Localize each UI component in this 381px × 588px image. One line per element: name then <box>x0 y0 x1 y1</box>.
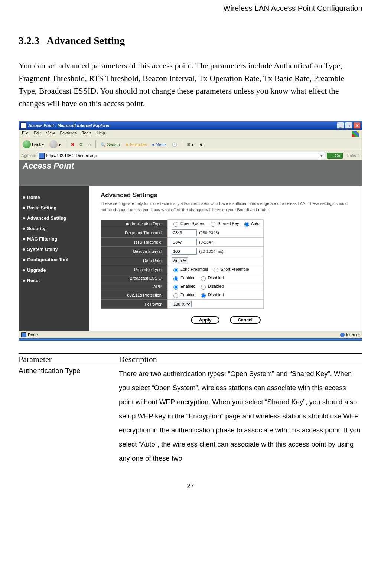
radio-open-system[interactable]: Open System <box>172 221 205 226</box>
sidebar: Home Basic Setting Advanced Setting Secu… <box>19 186 89 331</box>
history-button[interactable]: 🕓 <box>170 141 179 148</box>
home-button[interactable]: ⌂ <box>87 141 92 147</box>
settings-table: Authentication Type : Open System Shared… <box>101 219 264 309</box>
media-button[interactable]: ● Media <box>150 141 168 147</box>
search-button[interactable]: 🔍 Search <box>99 141 121 148</box>
sidebar-item-configuration-tool[interactable]: Configuration Tool <box>23 255 86 265</box>
radio-essid-enabled[interactable]: Enabled <box>172 275 195 280</box>
pane-title: Advanced Settings <box>101 192 351 199</box>
sidebar-item-reset[interactable]: Reset <box>23 275 86 286</box>
sidebar-item-security[interactable]: Security <box>23 223 86 234</box>
radio-short-preamble[interactable]: Short Preamble <box>212 267 249 271</box>
label-rts-threshold: RTS Threshold : <box>101 238 168 247</box>
label-beacon-interval: Beacon Interval : <box>101 247 168 256</box>
radio-protection-disabled[interactable]: Disabled <box>199 293 224 297</box>
header-description: Description <box>119 355 157 364</box>
page-number: 27 <box>19 483 362 490</box>
internet-zone-icon <box>340 333 345 337</box>
label-tx-power: Tx Power : <box>101 300 168 309</box>
address-dropdown-icon[interactable]: ▾ <box>319 153 324 158</box>
header-parameter: Parameter <box>19 355 119 364</box>
intro-paragraph: You can set advanced parameters of this … <box>19 59 362 110</box>
links-label[interactable]: Links <box>346 153 356 158</box>
menu-tools[interactable]: Tools <box>82 131 92 137</box>
maximize-button[interactable]: □ <box>345 122 352 129</box>
sidebar-item-mac-filtering[interactable]: MAC Filtering <box>23 234 86 244</box>
minimize-button[interactable]: _ <box>337 122 344 129</box>
ie-icon <box>20 122 26 128</box>
apply-button[interactable]: Apply <box>191 316 219 324</box>
titlebar: Access Point - Microsoft Internet Explor… <box>19 121 362 130</box>
internet-zone-text: Internet <box>346 333 360 337</box>
menu-view[interactable]: View <box>46 131 55 137</box>
sidebar-item-advanced-setting[interactable]: Advanced Setting <box>23 213 86 223</box>
menu-file[interactable]: File <box>22 131 29 137</box>
cancel-button[interactable]: Cancel <box>230 316 261 324</box>
select-data-rate[interactable]: Auto <box>172 257 188 264</box>
label-80211g-protection: 802.11g Protection : <box>101 291 168 300</box>
label-broadcast-essid: Broadcast ESSID : <box>101 274 168 282</box>
refresh-button[interactable]: ⟳ <box>78 141 84 148</box>
status-text: Done <box>28 333 38 337</box>
url-text: http://192.168.2.1/index.asp <box>46 153 319 158</box>
label-iapp: IAPP : <box>101 282 168 291</box>
sidebar-item-home[interactable]: Home <box>23 192 86 203</box>
statusbar: Done Internet <box>19 331 362 338</box>
hint-beacon: (20-1024 ms) <box>199 249 223 254</box>
settings-pane: Advanced Settings These settings are onl… <box>89 186 362 331</box>
running-header: Wireless LAN Access Point Configuration <box>19 4 362 13</box>
access-point-banner: Access Point <box>19 160 362 186</box>
sidebar-item-system-utility[interactable]: System Utility <box>23 244 86 255</box>
window-title: Access Point - Microsoft Internet Explor… <box>28 123 110 128</box>
addressbar: Address http://192.168.2.1/index.asp ▾ →… <box>19 151 362 160</box>
links-chevron-icon[interactable]: » <box>358 153 360 158</box>
radio-long-preamble[interactable]: Long Preamble <box>172 267 208 271</box>
hint-frag: (256-2346) <box>199 231 219 235</box>
label-preamble-type: Preamble Type : <box>101 265 168 274</box>
section-title: Advanced Setting <box>46 35 125 46</box>
param-authentication-type: Authentication Type <box>19 365 119 465</box>
radio-protection-enabled[interactable]: Enabled <box>172 293 195 297</box>
pane-description: These settings are only for more technic… <box>101 200 351 213</box>
desc-authentication-type: There are two authentication types: “Ope… <box>119 365 362 465</box>
input-frag-threshold[interactable] <box>172 229 197 236</box>
menu-edit[interactable]: Edit <box>34 131 41 137</box>
close-button[interactable]: ✕ <box>353 122 361 129</box>
forward-button[interactable]: ▾ <box>48 140 62 149</box>
go-button[interactable]: → Go <box>327 153 343 159</box>
section-number: 3.2.3 <box>19 35 39 46</box>
hint-rts: (0-2347) <box>199 240 215 244</box>
taskbar <box>19 338 362 340</box>
favicon-icon <box>39 153 45 159</box>
status-icon <box>21 332 26 337</box>
select-tx-power[interactable]: 100 % <box>172 301 192 307</box>
menubar: File Edit View Favorites Tools Help <box>19 130 362 138</box>
input-beacon-interval[interactable] <box>172 248 197 255</box>
radio-iapp-enabled[interactable]: Enabled <box>172 284 195 288</box>
menu-help[interactable]: Help <box>97 131 105 137</box>
browser-window: Access Point - Microsoft Internet Explor… <box>19 121 362 341</box>
label-auth-type: Authentication Type : <box>101 220 168 228</box>
print-button[interactable]: 🖨 <box>198 141 205 147</box>
windows-flag-icon <box>352 131 359 137</box>
label-data-rate: Data Rate : <box>101 256 168 265</box>
address-label: Address <box>21 153 36 158</box>
input-rts-threshold[interactable] <box>172 239 197 245</box>
label-frag-threshold: Fragment Threshold : <box>101 228 168 238</box>
radio-shared-key[interactable]: Shared Key <box>209 221 239 226</box>
back-button[interactable]: Back ▾ <box>21 140 46 149</box>
toolbar: Back ▾ ▾ ✖ ⟳ ⌂ 🔍 Search ★ Favorites ● Me… <box>19 138 362 151</box>
radio-iapp-disabled[interactable]: Disabled <box>199 284 224 288</box>
mail-button[interactable]: ✉ ▾ <box>186 141 195 148</box>
address-input[interactable]: http://192.168.2.1/index.asp ▾ <box>38 152 325 159</box>
menu-favorites[interactable]: Favorites <box>60 131 76 137</box>
radio-auto[interactable]: Auto <box>242 221 260 226</box>
parameter-table: Parameter Description Authentication Typ… <box>19 353 362 465</box>
sidebar-item-upgrade[interactable]: Upgrade <box>23 265 86 275</box>
stop-button[interactable]: ✖ <box>69 141 76 148</box>
favorites-button[interactable]: ★ Favorites <box>124 141 148 148</box>
radio-essid-disabled[interactable]: Disabled <box>199 275 224 280</box>
sidebar-item-basic-setting[interactable]: Basic Setting <box>23 203 86 213</box>
section-heading: 3.2.3 Advanced Setting <box>19 35 362 47</box>
